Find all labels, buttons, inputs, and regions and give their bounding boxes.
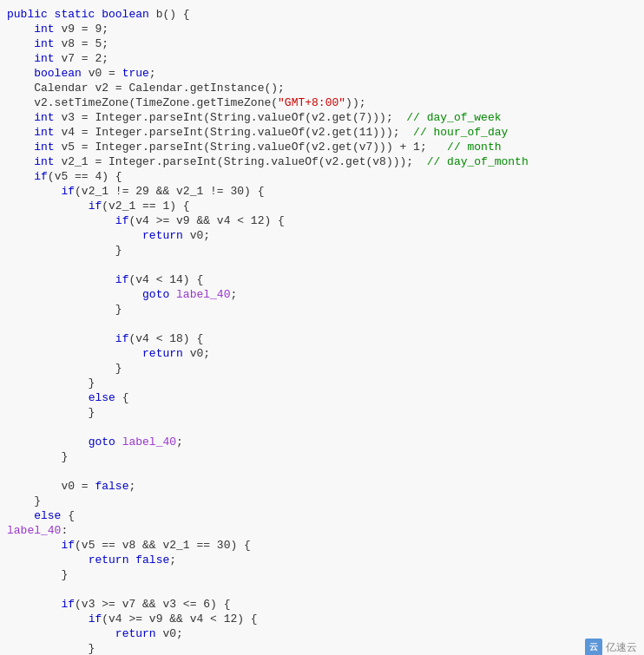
code-line: boolean v0 = true;	[0, 66, 644, 81]
token: if	[89, 199, 102, 213]
code-editor: public static boolean b() { int v9 = 9; …	[0, 0, 644, 655]
code-line: }	[0, 567, 644, 582]
token: }	[7, 641, 95, 655]
token: int	[34, 36, 54, 51]
token	[7, 435, 89, 449]
token: }	[7, 361, 122, 376]
token: v2.setTimeZone(TimeZone.getTimeZone(	[7, 95, 278, 110]
code-line: public static boolean b() {	[0, 7, 644, 22]
code-line: if(v4 < 14) {	[0, 272, 644, 287]
token: else	[89, 390, 115, 405]
token: v2_1 = Integer.parseInt(String.valueOf(v…	[55, 154, 427, 169]
code-line: goto label_40;	[0, 287, 644, 302]
code-line: }	[0, 302, 644, 317]
code-line	[0, 582, 644, 597]
token	[7, 626, 115, 641]
token: :	[61, 523, 68, 538]
code-line	[0, 420, 644, 435]
code-line: else {	[0, 508, 644, 523]
code-line: if(v4 >= v9 && v4 < 12) {	[0, 213, 644, 228]
code-line: if(v2_1 != 29 && v2_1 != 30) {	[0, 184, 644, 199]
token: // day_of_month	[427, 154, 529, 169]
token: ));	[345, 95, 365, 110]
token: label_40	[176, 287, 230, 302]
token: int	[34, 110, 54, 125]
token: v0 =	[82, 66, 122, 81]
token: v3 = Integer.parseInt(String.valueOf(v2.…	[55, 110, 407, 125]
token: (v4 < 18) {	[128, 331, 203, 346]
token: return	[89, 553, 129, 567]
code-line: if(v2_1 == 1) {	[0, 199, 644, 213]
token: Calendar v2 = Calendar.getInstance();	[7, 81, 285, 95]
token	[7, 154, 34, 169]
token: if	[115, 272, 129, 287]
token	[7, 125, 34, 140]
token: label_40	[7, 523, 61, 538]
token: v7 = 2;	[55, 51, 108, 66]
code-line: if(v3 >= v7 && v3 <= 6) {	[0, 597, 644, 612]
token: // hour_of_day	[413, 125, 508, 140]
token: b() {	[149, 7, 190, 22]
code-line: }	[0, 376, 644, 390]
token: (v2_1 != 29 && v2_1 != 30) {	[75, 184, 264, 199]
token	[7, 612, 89, 626]
token	[7, 287, 142, 302]
token: }	[7, 449, 68, 464]
token	[7, 228, 142, 243]
token: }	[7, 243, 122, 258]
token: {	[61, 508, 75, 523]
code-line	[0, 258, 644, 272]
token: int	[34, 22, 54, 36]
token: v0;	[183, 228, 210, 243]
token	[7, 346, 142, 361]
code-line: int v9 = 9;	[0, 22, 644, 36]
token: int	[34, 154, 54, 169]
token: (v4 >= v9 && v4 < 12) {	[128, 213, 284, 228]
token: boolean	[34, 66, 82, 81]
code-line: int v8 = 5;	[0, 36, 644, 51]
token: v9 = 9;	[55, 22, 108, 36]
token: public static	[7, 7, 102, 22]
code-line: }	[0, 494, 644, 508]
code-line: }	[0, 361, 644, 376]
token	[7, 213, 115, 228]
token: v4 = Integer.parseInt(String.valueOf(v2.…	[55, 125, 413, 140]
token: return	[115, 626, 156, 641]
token: if	[115, 213, 129, 228]
token	[7, 66, 34, 81]
code-line: if(v5 == v8 && v2_1 == 30) {	[0, 538, 644, 553]
watermark-logo: 云	[585, 639, 602, 655]
token	[7, 51, 34, 66]
token: v8 = 5;	[55, 36, 108, 51]
code-line: return v0;	[0, 346, 644, 361]
token: }	[7, 567, 68, 582]
token: int	[34, 51, 54, 66]
token	[7, 199, 89, 213]
token: if	[61, 538, 75, 553]
code-line: }	[0, 449, 644, 464]
token	[7, 184, 61, 199]
token: boolean	[102, 7, 149, 22]
token	[7, 110, 34, 125]
token	[7, 390, 89, 405]
code-line: return v0;	[0, 626, 644, 641]
code-content: public static boolean b() { int v9 = 9; …	[0, 7, 644, 655]
token	[7, 169, 34, 184]
code-line: if(v4 >= v9 && v4 < 12) {	[0, 612, 644, 626]
token: (v5 == 4) {	[48, 169, 122, 184]
code-line: }	[0, 243, 644, 258]
token: }	[7, 376, 95, 390]
token: goto	[89, 435, 115, 449]
code-line: int v3 = Integer.parseInt(String.valueOf…	[0, 110, 644, 125]
token: // month	[447, 140, 501, 154]
code-line: }	[0, 405, 644, 420]
token: ;	[169, 553, 176, 567]
code-line: Calendar v2 = Calendar.getInstance();	[0, 81, 644, 95]
token: goto	[142, 287, 169, 302]
token: if	[34, 169, 48, 184]
token	[7, 553, 89, 567]
token: // day_of_week	[406, 110, 501, 125]
watermark-text: 亿速云	[606, 640, 637, 655]
token: v0 =	[7, 479, 95, 494]
code-line: if(v5 == 4) {	[0, 169, 644, 184]
